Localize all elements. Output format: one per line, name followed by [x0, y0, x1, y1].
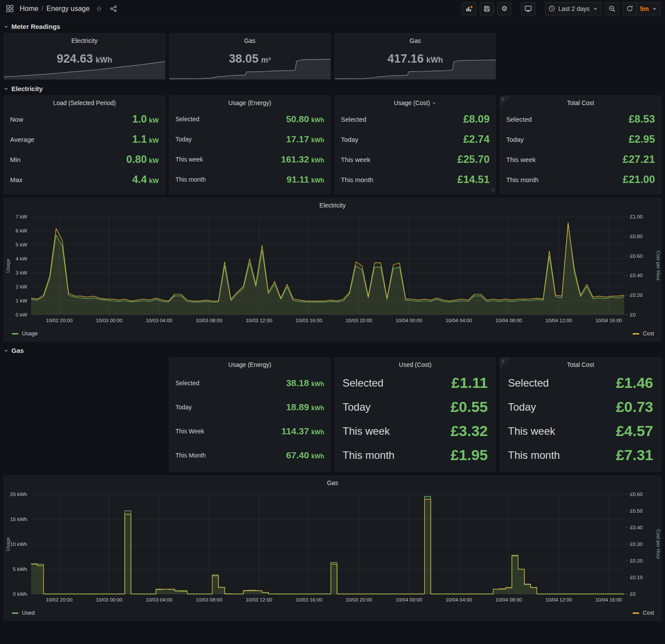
svg-text:0 kW: 0 kW: [16, 312, 27, 317]
legend-item-used[interactable]: Used: [12, 610, 35, 616]
gas-chart-panel: Gas 0 kWh5 kWh10 kWh15 kWh20 kWh£0£0.10£…: [4, 475, 661, 621]
share-icon[interactable]: [108, 4, 119, 13]
save-dashboard-button[interactable]: [480, 2, 494, 15]
panel-electricity-usage-energy: Usage (Energy) Selected 50.80kWh Today 1…: [169, 95, 331, 194]
svg-text:10/04 04:00: 10/04 04:00: [446, 318, 472, 323]
svg-text:10 kWh: 10 kWh: [10, 542, 27, 547]
section-title: Electricity: [11, 85, 43, 92]
panel-title[interactable]: Total Cost: [500, 358, 661, 370]
tv-mode-button[interactable]: [521, 2, 535, 15]
panel-title[interactable]: Usage (Energy): [169, 96, 331, 108]
breadcrumb-page-link[interactable]: Energy usage: [46, 5, 90, 13]
breadcrumb-home-link[interactable]: Home: [20, 5, 39, 13]
svg-text:0 kWh: 0 kWh: [13, 591, 27, 597]
electricity-time-series-chart[interactable]: 0 kW1 kW2 kW3 kW4 kW5 kW6 kW7 kW£0£0.20£…: [4, 211, 661, 330]
svg-text:10/02 20:00: 10/02 20:00: [46, 597, 73, 602]
panel-title[interactable]: Used (Cost): [335, 358, 496, 370]
panel-resize-handle[interactable]: [491, 186, 495, 193]
svg-text:£0.60: £0.60: [630, 253, 643, 259]
svg-text:4 kW: 4 kW: [16, 256, 27, 261]
stat-row: Today 18.89kWh: [169, 395, 331, 419]
stat-row: This month £7.31: [500, 443, 661, 467]
svg-text:10/03 00:00: 10/03 00:00: [96, 597, 123, 602]
breadcrumb: Home / Energy usage: [20, 5, 90, 13]
stat-row: This week £3.32: [335, 419, 496, 443]
chevron-down-icon: [4, 348, 9, 353]
zoom-out-icon: [609, 5, 616, 12]
svg-text:Usage: Usage: [5, 259, 11, 273]
svg-text:10/04 00:00: 10/04 00:00: [396, 597, 422, 602]
panel-electricity-total-cost: i Total Cost Selected £8.53 Today £2.95 …: [500, 95, 661, 194]
svg-text:£0.30: £0.30: [630, 542, 643, 547]
tv-icon: [524, 5, 532, 12]
legend-cost-swatch: [633, 612, 639, 614]
stat-row: Today £0.55: [335, 395, 496, 419]
legend-item-usage[interactable]: Usage: [12, 331, 38, 337]
svg-text:10/03 04:00: 10/03 04:00: [146, 318, 172, 323]
svg-text:6 kW: 6 kW: [16, 228, 27, 233]
panel-info-corner-icon[interactable]: i: [500, 358, 511, 369]
electricity-chart-panel: Electricity 0 kW1 kW2 kW3 kW4 kW5 kW6 kW…: [4, 198, 661, 341]
panel-info-corner-icon[interactable]: i: [500, 96, 511, 107]
stat-row: Min 0.80kW: [4, 149, 165, 169]
svg-text:2 kW: 2 kW: [16, 284, 27, 289]
dashboards-grid-icon[interactable]: [4, 4, 15, 13]
section-header-electricity[interactable]: Electricity: [0, 80, 665, 95]
time-range-label: Last 2 days: [558, 5, 590, 12]
panel-title[interactable]: Electricity: [4, 198, 661, 211]
panel-title[interactable]: Gas: [169, 34, 331, 46]
stat-row: This Month 67.40kWh: [169, 443, 331, 467]
panel-title[interactable]: Total Cost: [500, 96, 661, 108]
gear-icon: ⚙: [501, 4, 507, 13]
panel-title[interactable]: Usage (Cost): [335, 96, 496, 108]
dashboard-settings-button[interactable]: ⚙: [497, 2, 511, 15]
legend-item-cost[interactable]: Cost: [633, 610, 654, 616]
chevron-down-icon: [652, 6, 657, 11]
svg-text:£0.50: £0.50: [630, 508, 643, 514]
refresh-interval-dropdown[interactable]: 5m: [637, 2, 661, 15]
gas-time-series-chart[interactable]: 0 kWh5 kWh10 kWh15 kWh20 kWh£0£0.10£0.20…: [4, 488, 661, 609]
legend-item-cost[interactable]: Cost: [633, 331, 654, 337]
svg-text:10/03 00:00: 10/03 00:00: [96, 318, 123, 323]
time-range-picker[interactable]: Last 2 days: [545, 2, 602, 15]
svg-text:15 kWh: 15 kWh: [10, 517, 27, 522]
chevron-down-icon: [593, 6, 598, 11]
refresh-button[interactable]: [623, 2, 637, 15]
svg-text:5 kWh: 5 kWh: [13, 567, 27, 572]
panel-title[interactable]: Load (Selected Period): [4, 96, 165, 108]
svg-text:10/04 00:00: 10/04 00:00: [396, 318, 422, 323]
legend-used-swatch: [12, 612, 18, 614]
svg-text:10/04 16:00: 10/04 16:00: [595, 597, 622, 602]
svg-text:5 kW: 5 kW: [16, 242, 27, 247]
stat-row: Now 1.0kW: [4, 109, 165, 129]
svg-text:10/03 20:00: 10/03 20:00: [345, 318, 372, 323]
favorite-star-icon[interactable]: ☆: [94, 4, 104, 13]
section-header-meter-readings[interactable]: Meter Readings: [0, 18, 665, 33]
save-icon: [483, 5, 490, 12]
panel-title[interactable]: Electricity: [4, 34, 165, 46]
section-header-gas[interactable]: Gas: [0, 341, 665, 357]
stat-row: This month £14.51: [335, 169, 496, 190]
svg-text:3 kW: 3 kW: [16, 270, 27, 275]
stat-row: Max 4.4kW: [4, 169, 165, 190]
stat-row: This week 161.32kWh: [169, 149, 331, 169]
zoom-out-button[interactable]: [605, 2, 619, 15]
stat-row: This week £4.57: [500, 419, 661, 443]
svg-text:10/03 16:00: 10/03 16:00: [296, 597, 322, 602]
svg-text:10/03 12:00: 10/03 12:00: [246, 318, 272, 323]
refresh-group: 5m: [623, 2, 661, 15]
section-title: Gas: [11, 347, 24, 354]
stat-row: This Week 114.37kWh: [169, 419, 331, 443]
chevron-down-icon: [4, 24, 9, 29]
panel-title[interactable]: Gas: [335, 34, 496, 46]
stat-row: Today £2.95: [500, 129, 661, 149]
svg-text:£0: £0: [630, 591, 636, 597]
svg-text:10/03 20:00: 10/03 20:00: [345, 597, 372, 602]
panel-title[interactable]: Gas: [4, 476, 661, 488]
svg-text:10/03 08:00: 10/03 08:00: [196, 318, 222, 323]
add-panel-button[interactable]: [462, 2, 476, 15]
panel-gas-total-cost: i Total Cost Selected £1.46 Today £0.73 …: [500, 357, 661, 472]
meter-value: 38.05m³: [169, 52, 331, 66]
panel-title[interactable]: Usage (Energy): [169, 358, 331, 370]
svg-text:10/04 08:00: 10/04 08:00: [496, 318, 522, 323]
